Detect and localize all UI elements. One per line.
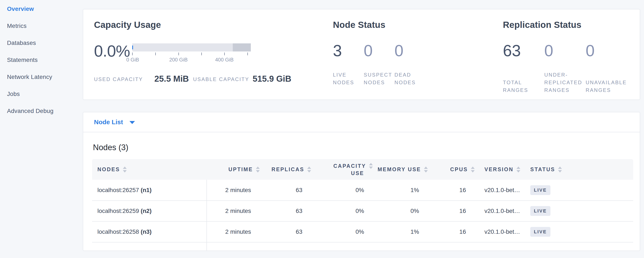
capacity-usage-section: Capacity Usage 0.0% [83, 9, 329, 99]
sidebar-item-advanced-debug[interactable]: Advanced Debug [0, 102, 83, 119]
column-header-capacity-use[interactable]: CAPACITY USE [311, 159, 373, 180]
version-cell: v20.1.0-bet… [475, 221, 524, 242]
node-row-n1[interactable]: localhost:26257 (n1) 2 minutes 63 0% 1% … [92, 180, 633, 201]
main-content: Capacity Usage 0.0% [83, 0, 644, 258]
memory-use-cell: 1% [373, 180, 428, 201]
sort-icon [123, 167, 127, 173]
capacity-axis-ticks [132, 53, 251, 56]
capacity-bar [132, 43, 251, 51]
sidebar: Overview Metrics Databases Statements Ne… [0, 0, 83, 258]
under-replicated-ranges-value: 0 [544, 43, 586, 58]
uptime-cell: 2 minutes [207, 221, 260, 242]
node-address[interactable]: localhost:26257 [98, 187, 139, 193]
nodes-table-title: Nodes (3) [93, 143, 636, 152]
memory-use-cell: 1% [373, 221, 428, 242]
caret-down-icon [130, 121, 135, 124]
sort-icon [307, 167, 311, 173]
sidebar-item-databases[interactable]: Databases [0, 35, 83, 51]
capacity-bar-usable-segment [132, 43, 233, 51]
replication-status-title: Replication Status [503, 21, 640, 29]
replicas-cell: 63 [260, 180, 311, 201]
usable-capacity-label: USABLE CAPACITY [193, 75, 249, 83]
cpus-cell: 16 [428, 221, 475, 242]
sidebar-item-overview[interactable]: Overview [0, 1, 83, 18]
cpus-cell: 16 [428, 180, 475, 201]
version-cell: v20.1.0-bet… [475, 180, 524, 201]
status-badge: LIVE [530, 185, 550, 195]
column-header-memory-use[interactable]: MEMORY USE [373, 159, 428, 180]
memory-use-cell: 0% [373, 201, 428, 221]
capacity-bar-chart: 0 GiB 200 GiB 400 GiB [132, 43, 251, 63]
sort-icon [256, 167, 260, 173]
column-header-replicas[interactable]: REPLICAS [260, 159, 311, 180]
column-header-nodes[interactable]: NODES [92, 159, 207, 180]
total-ranges-label: TOTALRANGES [503, 79, 544, 94]
axis-label-200gib: 200 GiB [169, 57, 188, 63]
suspect-nodes-label: SUSPECTNODES [364, 71, 394, 86]
unavailable-ranges-label: UNAVAILABLERANGES [586, 79, 627, 94]
table-footer-spacer [92, 242, 633, 250]
sort-icon [424, 167, 428, 173]
node-list-dropdown-label: Node List [94, 118, 123, 126]
total-ranges-value: 63 [503, 43, 544, 58]
dead-nodes-value: 0 [394, 43, 425, 58]
sort-icon [471, 167, 475, 173]
node-address[interactable]: localhost:26259 [98, 208, 139, 214]
node-list-card: Node List Nodes (3) NODES [83, 112, 640, 251]
column-header-version[interactable]: VERSION [475, 159, 524, 180]
replication-status-section: Replication Status 63 0 0 TOTALRANGES UN… [502, 9, 640, 99]
capacity-bar-used-marker [132, 46, 133, 49]
column-header-status[interactable]: STATUS [524, 159, 633, 180]
sort-icon [516, 167, 520, 173]
axis-label-0gib: 0 GiB [126, 57, 139, 63]
capacity-usage-title: Capacity Usage [94, 21, 329, 29]
sort-icon [369, 163, 373, 169]
nodes-table: NODES UPTIME [92, 159, 633, 250]
sidebar-item-network-latency[interactable]: Network Latency [0, 68, 83, 85]
capacity-bar-reserved-segment [233, 43, 251, 51]
node-list-dropdown[interactable]: Node List [83, 112, 640, 132]
sort-icon [558, 167, 562, 173]
used-capacity-label: USED CAPACITY [94, 75, 143, 83]
node-row-n2[interactable]: localhost:26259 (n2) 2 minutes 63 0% 0% … [92, 201, 633, 221]
capacity-use-cell: 0% [311, 180, 373, 201]
suspect-nodes-value: 0 [364, 43, 394, 58]
uptime-cell: 2 minutes [207, 180, 260, 201]
live-nodes-label: LIVENODES [333, 71, 364, 86]
live-nodes-value: 3 [333, 43, 364, 58]
usable-capacity-value: 515.9 GiB [253, 74, 291, 83]
unavailable-ranges-value: 0 [586, 43, 627, 58]
axis-label-400gib: 400 GiB [215, 57, 234, 63]
column-header-cpus[interactable]: CPUS [428, 159, 475, 180]
status-badge: LIVE [530, 227, 550, 237]
capacity-used-percent: 0.0% [94, 43, 132, 59]
node-address[interactable]: localhost:26258 [98, 228, 139, 235]
uptime-cell: 2 minutes [207, 201, 260, 221]
capacity-use-cell: 0% [311, 221, 373, 242]
node-row-n3[interactable]: localhost:26258 (n3) 2 minutes 63 0% 1% … [92, 221, 633, 242]
replicas-cell: 63 [260, 221, 311, 242]
nodes-table-header-row: NODES UPTIME [92, 159, 633, 180]
cpus-cell: 16 [428, 201, 475, 221]
used-capacity-value: 25.5 MiB [154, 74, 189, 83]
node-id: (n1) [141, 187, 152, 193]
capacity-axis-labels: 0 GiB 200 GiB 400 GiB [132, 57, 251, 63]
sidebar-item-statements[interactable]: Statements [0, 51, 83, 68]
node-status-title: Node Status [333, 21, 502, 29]
dead-nodes-label: DEADNODES [394, 71, 425, 86]
node-id: (n3) [141, 228, 152, 235]
column-header-uptime[interactable]: UPTIME [207, 159, 260, 180]
version-cell: v20.1.0-bet… [475, 201, 524, 221]
page: Overview Metrics Databases Statements Ne… [0, 0, 644, 258]
capacity-use-cell: 0% [311, 201, 373, 221]
replicas-cell: 63 [260, 201, 311, 221]
nodes-table-section: Nodes (3) NODES [83, 143, 640, 250]
under-replicated-ranges-label: UNDER-REPLICATEDRANGES [544, 71, 586, 94]
cluster-overview-card: Capacity Usage 0.0% [83, 9, 640, 100]
node-status-section: Node Status 3 0 0 LIVENODES SUSPECTNODES… [329, 9, 502, 99]
sidebar-item-metrics[interactable]: Metrics [0, 18, 83, 35]
status-badge: LIVE [530, 206, 550, 216]
sidebar-item-jobs[interactable]: Jobs [0, 85, 83, 102]
node-id: (n2) [141, 208, 152, 214]
